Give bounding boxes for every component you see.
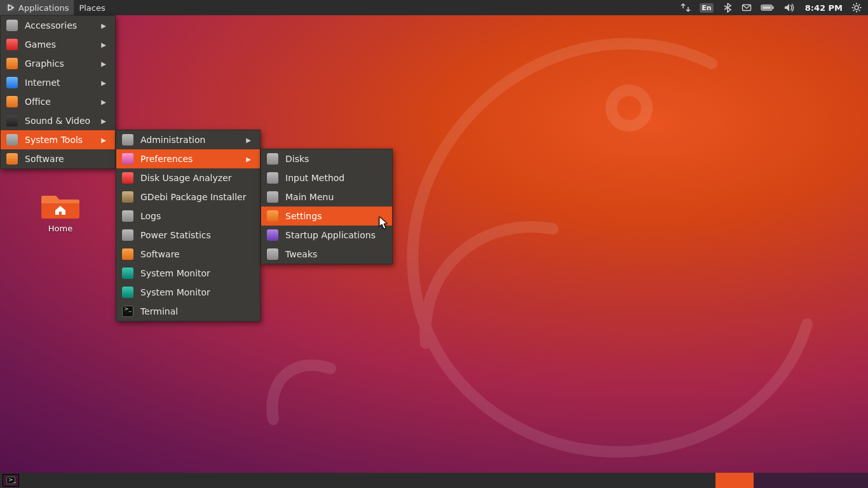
network-icon[interactable] [681,3,691,13]
accessories-icon [6,19,18,32]
apps-menu-item-label: Office [25,97,95,107]
prefs-menu-item-label: Main Menu [285,192,383,202]
mail-icon[interactable] [742,3,752,13]
settings-icon [266,210,279,222]
preferences-icon [121,152,134,165]
preferences-submenu: DisksInput MethodMain MenuSettingsStartu… [261,149,393,264]
svg-point-4 [8,4,10,6]
apps-menu-item-sound-video[interactable]: Sound & Video▶ [1,111,115,130]
workspace-3[interactable] [792,473,830,488]
disks-icon [266,152,279,165]
svg-line-17 [853,10,855,11]
folder-icon [41,189,79,220]
main-menu-icon [266,191,279,203]
ubuntu-logo-icon [5,3,15,13]
apps-menu-item-system-tools[interactable]: System Tools▶ [1,130,115,149]
workspace-4[interactable] [830,473,868,488]
menu-places[interactable]: Places [74,0,110,15]
top-panel: Applications Places En 8:42 PM [0,0,868,15]
taskbar-item[interactable] [3,474,19,487]
prefs-menu-item-input-method[interactable]: Input Method [261,168,392,187]
svg-rect-8 [772,6,773,9]
clock[interactable]: 8:42 PM [805,3,843,13]
systools-menu-item-logs[interactable]: Logs [116,207,260,226]
systools-menu-item-disk-usage-analyzer[interactable]: Disk Usage Analyzer [116,168,260,187]
battery-icon[interactable] [761,3,775,13]
administration-icon [121,133,134,146]
prefs-menu-item-label: Tweaks [285,249,383,259]
bluetooth-icon[interactable] [722,3,733,13]
software-icon [6,152,18,165]
systools-menu-item-label: GDebi Package Installer [140,192,251,202]
apps-menu-item-label: Games [25,39,95,50]
prefs-menu-item-disks[interactable]: Disks [261,149,392,168]
systools-menu-item-software[interactable]: Software [116,245,260,264]
svg-line-15 [853,4,855,6]
svg-point-0 [611,90,647,126]
gdebi-package-installer-icon [121,191,134,203]
systools-menu-item-administration[interactable]: Administration▶ [116,130,260,149]
apps-menu-item-accessories[interactable]: Accessories▶ [1,16,115,35]
submenu-arrow-icon: ▶ [101,118,106,125]
systools-menu-item-label: Software [140,249,251,259]
office-icon [6,95,18,108]
apps-menu-item-graphics[interactable]: Graphics▶ [1,54,115,73]
prefs-menu-item-label: Input Method [285,173,383,183]
apps-menu-item-label: Software [25,154,106,164]
submenu-arrow-icon: ▶ [246,137,251,144]
sound-video-icon [6,114,18,127]
terminal-icon [6,477,15,484]
apps-menu-item-software[interactable]: Software [1,149,115,168]
systools-menu-item-power-statistics[interactable]: Power Statistics [116,226,260,245]
menu-applications[interactable]: Applications [0,0,74,15]
submenu-arrow-icon: ▶ [101,79,106,86]
applications-menu: Accessories▶Games▶Graphics▶Internet▶Offi… [0,15,116,169]
systools-menu-item-system-monitor[interactable]: System Monitor [116,264,260,283]
systools-menu-item-system-monitor[interactable]: System Monitor [116,283,260,302]
systools-menu-item-gdebi-package-installer[interactable]: GDebi Package Installer [116,187,260,207]
systools-menu-item-label: Logs [140,211,251,221]
prefs-menu-item-label: Settings [285,211,383,221]
bottom-panel [0,473,868,488]
volume-icon[interactable] [783,3,796,13]
workspace-1[interactable] [715,473,754,488]
submenu-arrow-icon: ▶ [246,156,251,163]
submenu-arrow-icon: ▶ [101,98,106,105]
input-language-indicator[interactable]: En [700,3,713,13]
internet-icon [6,76,18,89]
top-panel-left: Applications Places [0,0,111,15]
systools-menu-item-terminal[interactable]: Terminal [116,302,260,321]
workspace-2[interactable] [754,473,792,488]
startup-applications-icon [266,229,279,241]
disk-usage-analyzer-icon [121,172,134,184]
apps-menu-item-label: System Tools [25,135,95,145]
prefs-menu-item-startup-applications[interactable]: Startup Applications [261,226,392,245]
desktop-home-label: Home [35,224,86,233]
systools-menu-item-label: System Monitor [140,287,251,297]
system-monitor-icon [121,267,134,280]
prefs-menu-item-main-menu[interactable]: Main Menu [261,187,392,207]
logs-icon [121,210,134,222]
desktop-home-icon[interactable]: Home [35,189,86,233]
tweaks-icon [266,248,279,261]
svg-line-18 [859,4,860,6]
apps-menu-item-label: Graphics [25,58,95,69]
graphics-icon [6,57,18,70]
prefs-menu-item-tweaks[interactable]: Tweaks [261,245,392,264]
apps-menu-item-label: Sound & Video [25,116,95,126]
apps-menu-item-office[interactable]: Office▶ [1,92,115,111]
systools-menu-item-label: Power Statistics [140,230,251,240]
power-gear-icon[interactable] [851,3,862,13]
apps-menu-item-label: Accessories [25,20,95,30]
svg-point-3 [12,7,14,9]
apps-menu-item-games[interactable]: Games▶ [1,35,115,54]
systools-menu-item-preferences[interactable]: Preferences▶ [116,149,260,168]
prefs-menu-item-settings[interactable]: Settings [261,207,392,226]
apps-menu-item-internet[interactable]: Internet▶ [1,73,115,92]
mouse-cursor [379,216,389,230]
submenu-arrow-icon: ▶ [101,60,106,67]
software-icon [121,248,134,261]
svg-rect-9 [762,6,771,10]
system-tools-icon [6,133,18,146]
menu-applications-label: Applications [18,3,69,13]
